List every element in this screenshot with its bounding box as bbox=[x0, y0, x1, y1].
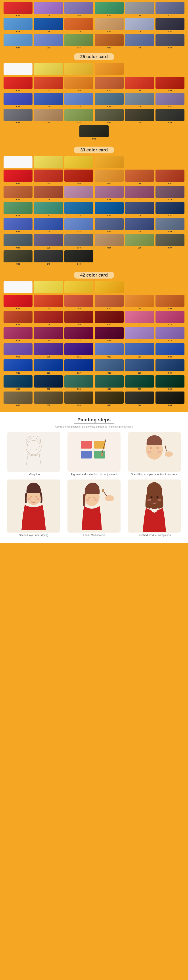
swatch-42-c43: C43 bbox=[156, 391, 185, 406]
swatch-33-c29: C29 bbox=[156, 218, 185, 233]
swatch-33-c31: C31 bbox=[34, 234, 63, 249]
swatch-33-c17: C17 bbox=[34, 202, 63, 216]
swatch-empty2-33 bbox=[156, 156, 185, 168]
swatch-42-c02: C02 bbox=[34, 295, 63, 310]
svg-point-22 bbox=[28, 498, 31, 500]
swatch-42-c29: C29 bbox=[125, 359, 154, 374]
swatch-25-c01: C01 bbox=[3, 77, 32, 92]
svg-point-30 bbox=[105, 495, 114, 501]
swatch-white-25 bbox=[3, 63, 32, 75]
svg-point-20 bbox=[30, 496, 32, 498]
swatch-42-c25: C25 bbox=[3, 359, 32, 374]
swatch-25-c25: C25 bbox=[64, 93, 93, 108]
section-42-color: 42 color card bbox=[0, 269, 188, 410]
swatch-25-c40: C40 bbox=[156, 109, 185, 124]
swatch-42-c17: C17 bbox=[125, 327, 154, 342]
svg-point-23 bbox=[37, 498, 40, 500]
swatch-33-c06: C06 bbox=[125, 170, 154, 185]
step-2-image bbox=[67, 432, 121, 472]
swatch-42-c16: C16 bbox=[95, 327, 124, 342]
swatch-42-c33: C33 bbox=[64, 375, 93, 390]
step-6-image bbox=[128, 479, 181, 533]
swatch-33-c27: C27 bbox=[95, 218, 124, 233]
swatch-c19-top: C19 bbox=[64, 18, 93, 33]
svg-point-37 bbox=[151, 496, 152, 498]
svg-rect-7 bbox=[94, 451, 105, 458]
swatch-33-c09: C09 bbox=[34, 186, 63, 200]
painting-steps-title: Painting steps bbox=[74, 416, 114, 423]
svg-point-39 bbox=[147, 499, 151, 501]
swatch-25-c38: C38 bbox=[125, 109, 154, 124]
swatch-42-c37: C37 bbox=[3, 391, 32, 406]
swatch-c25-top: C25 bbox=[125, 18, 154, 33]
step-5: Facial Modification bbox=[66, 479, 122, 537]
step-4-image bbox=[7, 479, 60, 533]
swatch-c36-top: C36 bbox=[64, 34, 93, 49]
swatch-y3-33 bbox=[95, 156, 124, 168]
swatch-25-c09: C09 bbox=[156, 77, 185, 92]
swatch-33-c04: C04 bbox=[64, 170, 93, 185]
swatch-25-c05: C05 bbox=[64, 77, 93, 92]
swatch-42-c03: C03 bbox=[64, 295, 93, 310]
swatch-33-c30: C30 bbox=[3, 234, 32, 249]
swatch-33-c01: C01 bbox=[3, 170, 32, 185]
swatch-33-c33: C33 bbox=[64, 234, 93, 249]
swatch-25-c31: C31 bbox=[156, 93, 185, 108]
svg-point-13 bbox=[156, 447, 159, 449]
swatch-42-c04: C04 bbox=[95, 295, 124, 310]
swatch-33-c07: C07 bbox=[156, 170, 185, 185]
svg-point-26 bbox=[88, 497, 91, 498]
svg-point-27 bbox=[93, 497, 95, 498]
section-25-color: 25 color card bbox=[0, 50, 188, 143]
svg-point-14 bbox=[148, 451, 151, 453]
swatch-33-c25: C25 bbox=[64, 218, 93, 233]
swatch-33-c36: C36 bbox=[125, 234, 154, 249]
swatch-c13-top: C13 bbox=[3, 18, 32, 33]
swatch-42-c05: C05 bbox=[125, 295, 154, 310]
svg-point-21 bbox=[35, 496, 37, 498]
swatch-empty2-25 bbox=[156, 63, 185, 75]
swatch-25-c06: C06 bbox=[95, 77, 124, 92]
swatch-empty1-25 bbox=[125, 63, 154, 75]
swatch-25-c43-solo: C43 bbox=[80, 125, 108, 140]
swatch-42-c38: C38 bbox=[34, 391, 63, 406]
swatch-42-c12: C12 bbox=[156, 311, 185, 326]
swatch-33-c13: C13 bbox=[125, 186, 154, 200]
page-wrapper: C01 C05 C06 C08 C09 C11 bbox=[0, 0, 188, 543]
swatch-25-c08: C08 bbox=[125, 77, 154, 92]
swatch-c38-top: C38 bbox=[95, 34, 124, 49]
swatch-yellow1-25 bbox=[34, 63, 63, 75]
swatch-c40-top: C40 bbox=[125, 34, 154, 49]
swatch-empty1-33 bbox=[125, 156, 154, 168]
swatch-33-c18: C18 bbox=[64, 202, 93, 216]
svg-point-15 bbox=[158, 451, 161, 453]
steps-title-wrap: Painting steps bbox=[3, 416, 185, 423]
section-33-color: 33 color card bbox=[0, 143, 188, 269]
swatch-y2-33 bbox=[64, 156, 93, 168]
swatch-42-c10: C10 bbox=[95, 311, 124, 326]
swatch-42-c09: C09 bbox=[64, 311, 93, 326]
swatch-42-c06: C06 bbox=[156, 295, 185, 310]
swatch-c08-top: C08 bbox=[95, 2, 124, 17]
step-4: Second layer after drying bbox=[6, 479, 61, 537]
swatch-42-c27: C27 bbox=[64, 359, 93, 374]
swatch-33-c21: C21 bbox=[156, 202, 185, 216]
swatch-42-c28: C28 bbox=[95, 359, 124, 374]
swatch-33-c43: C43 bbox=[64, 250, 93, 265]
swatch-42-c18: C18 bbox=[156, 327, 185, 342]
swatch-33-c03: C03 bbox=[34, 170, 63, 185]
swatch-33-c20: C20 bbox=[125, 202, 154, 216]
step-4-label: Second layer after drying bbox=[19, 534, 48, 537]
step-2: Pigment and water for color adjustment bbox=[66, 432, 122, 476]
swatch-25-c27: C27 bbox=[95, 93, 124, 108]
svg-point-32 bbox=[102, 489, 104, 492]
step-5-image bbox=[67, 479, 121, 533]
swatch-33-c05: C05 bbox=[95, 170, 124, 185]
swatch-42-c40: C40 bbox=[95, 391, 124, 406]
swatch-25-c34: C34 bbox=[34, 109, 63, 124]
swatch-42-c13: C13 bbox=[3, 327, 32, 342]
swatch-42-c31: C31 bbox=[3, 375, 32, 390]
step-1-image bbox=[7, 432, 60, 472]
swatch-33-c34: C34 bbox=[95, 234, 124, 249]
swatch-c43-top: C43 bbox=[156, 34, 185, 49]
